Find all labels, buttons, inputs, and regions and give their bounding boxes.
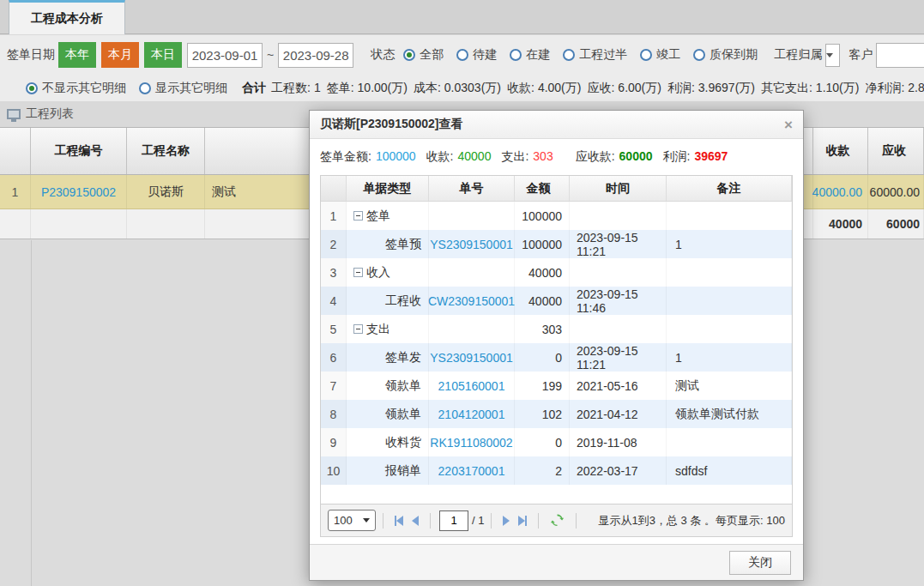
- stat-expense: 支出:303: [501, 149, 553, 165]
- refresh-icon[interactable]: [550, 513, 565, 528]
- project-belong-select[interactable]: [825, 44, 840, 67]
- divider: [430, 513, 431, 529]
- header-note: 备注: [667, 176, 792, 201]
- detail-row-group: 5 支出 303: [321, 315, 792, 343]
- first-page-button[interactable]: [395, 516, 403, 526]
- status-radio-inprogress[interactable]: 在建: [510, 47, 550, 63]
- today-button[interactable]: 本日: [144, 42, 182, 68]
- bill-link[interactable]: 2203170001: [438, 464, 505, 478]
- dialog-stats: 签单金额:100000 收款:40000 支出:303 应收款:60000 利润…: [310, 139, 803, 175]
- detail-table-header: 单据类型 单号 金额 时间 备注: [321, 176, 792, 202]
- date-to-input[interactable]: [278, 43, 353, 68]
- status-radio-warranty[interactable]: 质保到期: [693, 47, 758, 63]
- bill-link[interactable]: YS2309150001: [430, 351, 513, 365]
- status-radio-halfway[interactable]: 工程过半: [563, 47, 627, 63]
- header-amount: 金额: [515, 176, 570, 201]
- detail-row-group: 3 收入 40000: [321, 258, 792, 287]
- chevron-down-icon: [826, 53, 833, 57]
- divider: [538, 513, 539, 529]
- filter-row-1: 签单日期 本年 本月 本日 ~ 状态 全部 待建 在建 工程过半 竣工 质保到期…: [0, 35, 924, 75]
- chevron-down-icon: [363, 518, 370, 523]
- received-amount-link[interactable]: 40000.00: [812, 185, 862, 199]
- status-label: 状态: [371, 47, 395, 63]
- summary-received: 40000: [813, 209, 868, 239]
- bill-link[interactable]: RK1911080002: [430, 436, 512, 450]
- detail-row: 9 收料货 RK1911080002 0 2019-11-08: [321, 428, 792, 456]
- radio-dot: [456, 49, 468, 61]
- header-project-name: 工程名称: [127, 128, 205, 174]
- header-project-code: 工程编号: [31, 128, 127, 174]
- monitor-icon: [7, 109, 21, 119]
- radio-dot: [640, 49, 652, 61]
- stat-receivable: 应收:6.00(万): [587, 81, 661, 96]
- radio-dot: [510, 49, 522, 61]
- bill-link[interactable]: CW2309150001: [428, 294, 515, 308]
- stat-received: 收款:4.00(万): [507, 81, 581, 96]
- filter-row-2: 不显示其它明细 显示其它明细 合计 工程数:1 签单:10.00(万) 成本:0…: [0, 75, 924, 101]
- tab-bar: 工程成本分析: [0, 0, 924, 34]
- sign-date-label: 签单日期: [7, 47, 55, 63]
- prev-page-button[interactable]: [412, 516, 419, 526]
- project-list-title: 工程列表: [26, 106, 74, 122]
- table-filler: [321, 485, 792, 504]
- dialog-title: 贝诺斯[P2309150002]查看: [320, 117, 463, 132]
- status-radio-all[interactable]: 全部: [403, 47, 444, 63]
- filter-panel: 签单日期 本年 本月 本日 ~ 状态 全部 待建 在建 工程过半 竣工 质保到期…: [0, 35, 924, 101]
- tab-project-cost-analysis[interactable]: 工程成本分析: [9, 0, 125, 34]
- stat-received: 收款:40000: [426, 149, 492, 165]
- status-radio-pending[interactable]: 待建: [456, 47, 497, 63]
- show-detail-radio[interactable]: 显示其它明细: [139, 81, 227, 96]
- stat-project-count: 工程数:1: [271, 81, 321, 96]
- detail-row: 7 领款单 2105160001 199 2021-05-16 测试: [321, 372, 792, 400]
- bill-link[interactable]: YS2309150001: [430, 238, 513, 251]
- tab-label: 工程成本分析: [31, 11, 103, 27]
- status-radio-completed[interactable]: 竣工: [640, 47, 680, 63]
- radio-dot: [139, 82, 151, 94]
- pagination-info: 显示从1到3，总 3 条 。每页显示: 100: [599, 513, 785, 529]
- date-from-input[interactable]: [187, 43, 263, 68]
- detail-row: 10 报销单 2203170001 2 2022-03-17 sdfdsf: [321, 456, 792, 485]
- header-rownum: [0, 128, 31, 174]
- stat-receivable: 应收款:60000: [576, 149, 653, 165]
- detail-row: 4 工程收 CW2309150001 40000 2023-09-15 11:4…: [321, 287, 792, 315]
- collapse-icon[interactable]: [353, 211, 363, 221]
- summary-receivable: 60000: [868, 209, 924, 239]
- bill-link[interactable]: 2104120001: [438, 408, 505, 421]
- radio-dot: [693, 49, 705, 61]
- next-page-button[interactable]: [503, 516, 510, 526]
- project-code-link[interactable]: P2309150002: [41, 185, 116, 199]
- date-range-separator: ~: [267, 48, 274, 62]
- dialog-footer: 关闭: [310, 544, 803, 580]
- page-size-select[interactable]: 100: [328, 510, 376, 531]
- stat-profit: 利润:3.9697(万): [667, 81, 755, 96]
- collapse-icon[interactable]: [353, 268, 363, 277]
- stat-signed: 签单:10.00(万): [327, 81, 408, 96]
- divider: [383, 513, 383, 529]
- header-received: 收款: [813, 128, 868, 174]
- page-number-input[interactable]: [439, 510, 468, 531]
- dialog-titlebar: 贝诺斯[P2309150002]查看 ×: [310, 111, 803, 139]
- collapse-icon[interactable]: [353, 324, 363, 334]
- this-year-button[interactable]: 本年: [58, 42, 96, 68]
- last-page-button[interactable]: [518, 516, 527, 526]
- bill-link[interactable]: 2105160001: [438, 379, 505, 393]
- close-icon[interactable]: ×: [784, 118, 793, 132]
- stat-profit: 利润:39697: [663, 149, 728, 165]
- customer-label: 客户: [849, 47, 873, 63]
- stat-net-profit: 净利润:2.8697(万): [865, 81, 924, 96]
- stat-cost: 成本:0.0303(万): [414, 81, 501, 96]
- customer-input[interactable]: [876, 43, 924, 68]
- total-label: 合计: [242, 81, 266, 96]
- close-button[interactable]: 关闭: [729, 551, 791, 575]
- radio-dot: [403, 49, 415, 61]
- detail-row: 8 领款单 2104120001 102 2021-04-12 领款单测试付款: [321, 400, 792, 428]
- this-month-button[interactable]: 本月: [101, 42, 139, 68]
- hide-detail-radio[interactable]: 不显示其它明细: [26, 81, 126, 96]
- row-number: 1: [0, 175, 31, 208]
- project-name-cell: 贝诺斯: [127, 175, 205, 208]
- detail-row-group: 1 签单 100000: [321, 202, 792, 230]
- stat-other-expense: 其它支出:1.10(万): [761, 81, 859, 96]
- detail-table: 单据类型 单号 金额 时间 备注 1 签单 100000 2 签单预 YS230…: [320, 175, 793, 504]
- divider: [491, 513, 492, 529]
- receivable-amount-cell: 60000.00: [868, 175, 924, 208]
